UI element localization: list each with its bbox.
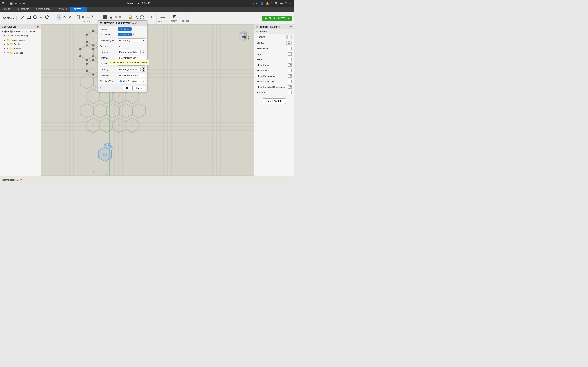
redo-button[interactable]: ↪ xyxy=(18,1,22,5)
tab-sheetmetal[interactable]: SHEET METAL xyxy=(32,7,55,12)
orbit-button[interactable]: ⟳ xyxy=(255,1,259,5)
direction-select-button[interactable]: 2 selected xyxy=(118,33,132,36)
dialog-pin-button[interactable]: 📌 xyxy=(134,22,137,25)
help-button[interactable]: ? xyxy=(270,1,274,5)
file-menu-button[interactable]: ≡ xyxy=(5,1,9,5)
maximize-button[interactable]: □ xyxy=(284,1,288,5)
move-button[interactable]: ✥ xyxy=(68,15,72,20)
palette-expand-button[interactable]: ≫ xyxy=(290,25,292,28)
showconstraints-checkbox[interactable] xyxy=(288,80,292,83)
polygon-button[interactable] xyxy=(44,15,50,20)
lock-button[interactable]: 🔒 xyxy=(128,15,134,20)
pattern-button[interactable]: / xyxy=(91,15,94,20)
showprofile-checkbox[interactable] xyxy=(288,63,292,67)
rectangle-button[interactable] xyxy=(26,15,32,20)
quantity1-spinner: ▲ ▼ xyxy=(142,50,145,54)
sym-button[interactable]: ⊢ xyxy=(150,15,155,20)
design-button[interactable]: DESIGN ▾ xyxy=(1,16,17,21)
comments-pin-button[interactable]: 📌 xyxy=(19,179,22,181)
tree-item-root[interactable]: ▼ ◉ 👁 📦 honeycomb 2.0 v4 ☁ xyxy=(0,29,41,33)
showpoints-checkbox[interactable] xyxy=(288,69,292,72)
quantity1-down[interactable]: ▼ xyxy=(142,52,145,54)
tab-surface[interactable]: SURFACE xyxy=(14,7,32,12)
fillet-button[interactable] xyxy=(51,15,56,20)
construction-button[interactable]: — xyxy=(85,15,91,20)
tangent-button[interactable]: △ xyxy=(134,15,139,20)
tree-item-origin[interactable]: ▶ 👁 📁 Origin xyxy=(0,42,41,46)
quantity2-up[interactable]: ▲ xyxy=(142,67,145,69)
mirror-button[interactable]: ⊣ xyxy=(94,15,99,20)
measure-button[interactable]: ⟺ xyxy=(159,15,166,20)
linetype-solid-button[interactable]: ⟵ xyxy=(281,35,287,39)
quantity1-up[interactable]: ▲ xyxy=(142,50,145,52)
sketch-dim-button[interactable]: ⌗ xyxy=(81,15,85,20)
insert-image-button[interactable]: 🖼 xyxy=(172,15,177,20)
app-menu-button[interactable]: ⊞ xyxy=(2,2,4,5)
select-button[interactable] xyxy=(183,15,189,20)
distance-type-dropdown[interactable]: ⊞ Spacing ▾ xyxy=(118,38,145,42)
lookat-button[interactable]: 📅 xyxy=(286,41,292,45)
circle-button[interactable] xyxy=(32,15,38,20)
palette-finish-button[interactable]: Finish Sketch xyxy=(263,99,286,104)
notification-button[interactable]: 🔔 xyxy=(265,1,270,5)
objects-select-button[interactable]: 31 selec... xyxy=(118,27,132,31)
browser-pin-button[interactable]: 📌 xyxy=(36,25,39,28)
minimize-button[interactable]: — xyxy=(279,1,284,5)
showdimensions-checkbox[interactable] xyxy=(288,75,292,78)
dirtype2-dropdown[interactable]: 🔷 One Direction ▾ xyxy=(118,79,145,83)
more-button[interactable]: ▸ xyxy=(22,1,26,5)
distance-type-arrow-icon: ▾ xyxy=(143,39,144,42)
root-folder-icon: 📦 xyxy=(9,30,13,33)
user-button[interactable]: JP xyxy=(274,1,279,5)
direction-clear-button[interactable]: × xyxy=(132,33,134,36)
cancel-button[interactable]: Cancel xyxy=(134,86,145,90)
close-button[interactable]: × xyxy=(288,1,292,5)
sketchgrid-checkbox[interactable] xyxy=(288,47,292,50)
project-button[interactable]: ⟦⟧ xyxy=(76,15,81,20)
fix-button[interactable]: ⬛ xyxy=(102,15,108,20)
comments-toggle[interactable]: ▲ xyxy=(16,179,18,181)
distance2-input[interactable]: rPatternDistance fx xyxy=(118,74,145,77)
ok-button[interactable]: OK xyxy=(123,86,132,90)
quantity2-down[interactable]: ▼ xyxy=(142,69,145,72)
equal-button[interactable]: ✕ xyxy=(145,15,150,20)
undo-button[interactable]: ↩ xyxy=(14,1,18,5)
tab-tools[interactable]: TOOLS xyxy=(55,7,70,12)
objects-clear-button[interactable]: × xyxy=(132,27,134,31)
parallel-button[interactable]: // xyxy=(118,15,122,20)
new-tab-button[interactable]: + xyxy=(251,1,255,5)
quantity1-input[interactable]: PatternQuantity fx xyxy=(118,50,141,54)
perp-button[interactable]: ⊥ xyxy=(122,15,127,20)
tree-item-bodies[interactable]: ▶ 👁 📁 Bodies xyxy=(0,46,41,50)
tab-sketch[interactable]: SKETCH xyxy=(70,7,86,12)
tree-item-sketches[interactable]: ▶ 👁 📁 Sketches xyxy=(0,50,41,55)
tree-item-namedviews[interactable]: ▶ 📁 Named Views xyxy=(0,38,41,42)
dialog-header[interactable]: ⊞ RECTANGULAR PATTERN ≫ 📌 xyxy=(98,21,147,26)
distance1-input[interactable]: rPatternDistance fx xyxy=(118,56,145,60)
account-button[interactable]: 👤 xyxy=(259,1,265,5)
concentric-button[interactable]: ◯ xyxy=(139,15,145,20)
sketch3d-checkbox[interactable] xyxy=(288,91,292,94)
save-button[interactable]: 💾 xyxy=(9,1,14,5)
arc-button[interactable] xyxy=(38,15,44,20)
snap-label: Snap xyxy=(257,53,288,55)
viewport[interactable]: ✓ ✓ ✓ ✓ ✓ ✓ ✓ xyxy=(41,25,254,176)
colinear-button[interactable]: ≡ xyxy=(114,15,118,20)
info-button[interactable]: ℹ xyxy=(100,86,102,90)
quantity2-input[interactable]: PatternQuantity fx xyxy=(118,68,141,71)
coincident-button[interactable]: ◎ xyxy=(109,15,113,20)
svg-point-33 xyxy=(79,48,81,50)
offset-button[interactable] xyxy=(62,15,67,20)
tree-item-docsettings[interactable]: ▶ ⚙ Document Settings xyxy=(0,33,41,38)
dialog-expand-button[interactable]: ≫ xyxy=(132,22,134,25)
trim-button[interactable]: ✂ xyxy=(57,15,61,20)
line-button[interactable] xyxy=(20,15,26,20)
showprojected-checkbox[interactable] xyxy=(288,85,292,89)
browser-collapse-button[interactable]: ◀ xyxy=(2,26,3,28)
tab-solid[interactable]: SOLID xyxy=(0,7,14,12)
finish-sketch-button[interactable]: ✅ FINISH SKETCH ▾ xyxy=(262,16,292,21)
suppress-checkbox[interactable] xyxy=(118,45,121,48)
slice-checkbox[interactable] xyxy=(288,58,292,61)
snap-checkbox[interactable] xyxy=(288,52,292,56)
linetype-dashed-button[interactable]: ⊟ xyxy=(287,35,292,39)
